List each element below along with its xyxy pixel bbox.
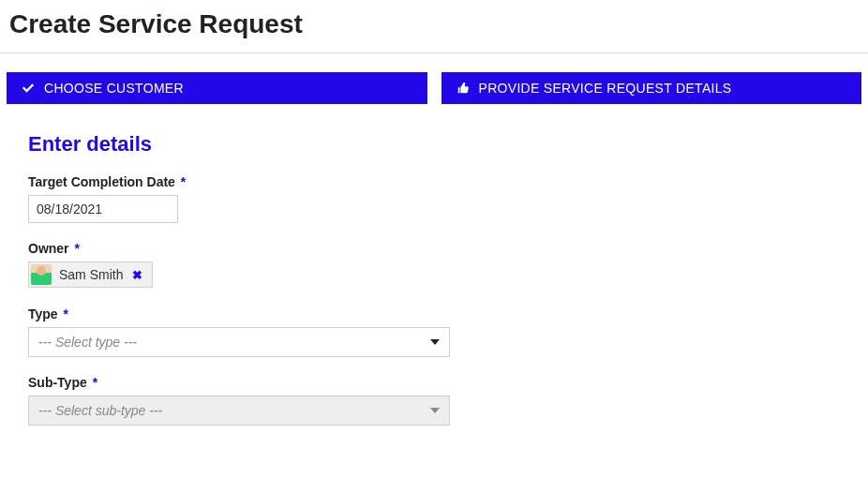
- field-subtype: Sub-Type * --- Select sub-type ---: [28, 374, 840, 426]
- section-title: Enter details: [28, 132, 840, 157]
- subtype-select: --- Select sub-type ---: [28, 396, 450, 426]
- type-label: Type *: [28, 306, 68, 321]
- step-label: PROVIDE SERVICE REQUEST DETAILS: [479, 81, 732, 96]
- avatar: [31, 264, 52, 285]
- label-text: Type: [28, 306, 58, 321]
- label-text: Owner: [28, 241, 69, 256]
- owner-label: Owner *: [28, 241, 80, 256]
- step-label: CHOOSE CUSTOMER: [44, 81, 184, 96]
- field-owner: Owner * Sam Smith ✖: [28, 240, 840, 289]
- chevron-down-icon: [430, 406, 440, 415]
- step-provide-details[interactable]: PROVIDE SERVICE REQUEST DETAILS: [441, 72, 862, 104]
- type-placeholder: --- Select type ---: [38, 335, 137, 350]
- chevron-down-icon: [430, 337, 440, 347]
- field-type: Type * --- Select type ---: [28, 306, 840, 357]
- owner-chip[interactable]: Sam Smith ✖: [28, 261, 153, 288]
- field-target-completion-date: Target Completion Date *: [28, 173, 840, 223]
- type-select[interactable]: --- Select type ---: [28, 327, 450, 357]
- owner-name: Sam Smith: [59, 267, 123, 282]
- label-text: Target Completion Date: [28, 174, 175, 189]
- wizard-steps: CHOOSE CUSTOMER PROVIDE SERVICE REQUEST …: [0, 72, 868, 104]
- step-choose-customer[interactable]: CHOOSE CUSTOMER: [7, 72, 427, 104]
- label-text: Sub-Type: [28, 375, 87, 390]
- required-mark: *: [181, 174, 186, 189]
- remove-icon[interactable]: ✖: [130, 268, 144, 282]
- required-mark: *: [93, 375, 97, 390]
- target-date-label: Target Completion Date *: [28, 174, 186, 189]
- thumbs-up-icon: [456, 82, 470, 95]
- check-icon: [22, 82, 35, 95]
- required-mark: *: [74, 241, 79, 256]
- subtype-label: Sub-Type *: [28, 375, 97, 390]
- form-area: Enter details Target Completion Date * O…: [0, 104, 868, 426]
- divider: [0, 52, 868, 53]
- target-date-input[interactable]: [28, 195, 178, 223]
- required-mark: *: [64, 306, 68, 321]
- subtype-placeholder: --- Select sub-type ---: [38, 403, 162, 418]
- page-title: Create Service Request: [0, 0, 868, 52]
